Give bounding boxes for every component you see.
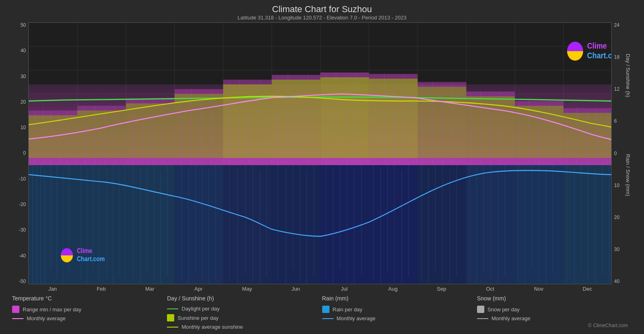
sunshine-day-swatch xyxy=(167,314,174,321)
month-jun: Jun xyxy=(271,286,320,292)
svg-text:Clime: Clime xyxy=(587,41,607,51)
legend-snow: Snow (mm) Snow per day Monthly average ©… xyxy=(477,295,632,330)
legend-snow-avg-label: Monthly average xyxy=(492,315,530,321)
legend-sunshine-avg-label: Monthly average sunshine xyxy=(182,324,243,330)
y-tick: -10 xyxy=(19,176,26,182)
chart-area: Temperature °C 50 40 30 20 10 0 -10 -20 … xyxy=(8,22,636,284)
y-right-tick: 40 xyxy=(614,279,636,284)
y-axis-rain-label: Rain / Snow (mm) xyxy=(625,147,631,203)
y-axis-right-labels: 24 18 12 6 0 10 20 30 40 xyxy=(612,22,636,284)
snow-day-swatch xyxy=(477,306,484,313)
legend-sunshine-title: Day / Sunshine (h) xyxy=(167,295,322,302)
copyright-text: © ClimeChart.com xyxy=(588,323,628,328)
legend-rain-day-label: Rain per day xyxy=(333,306,363,313)
y-right-tick: 24 xyxy=(614,22,636,28)
legend-rain-title: Rain (mm) xyxy=(322,295,477,302)
legend-snow-day: Snow per day xyxy=(477,306,632,313)
svg-rect-51 xyxy=(29,165,77,284)
y-right-tick: 20 xyxy=(614,215,636,220)
month-sep: Sep xyxy=(417,286,466,292)
y-tick: -20 xyxy=(19,202,26,207)
daylight-swatch xyxy=(167,308,178,309)
legend-temp-title: Temperature °C xyxy=(12,295,167,302)
svg-rect-59 xyxy=(418,165,466,284)
month-jul: Jul xyxy=(320,286,369,292)
month-may: May xyxy=(223,286,271,292)
legend-area: Temperature °C Range min / max per day M… xyxy=(8,295,636,330)
chart-title: Climate Chart for Suzhou xyxy=(8,4,636,15)
legend-temp-range: Range min / max per day xyxy=(12,306,167,313)
legend-sunshine: Day / Sunshine (h) Daylight per day Suns… xyxy=(167,295,322,330)
chart-svg: Clime Chart.com Clime Chart.com xyxy=(29,23,611,284)
svg-rect-56 xyxy=(272,165,320,284)
legend-snow-title: Snow (mm) xyxy=(477,295,632,302)
month-feb: Feb xyxy=(77,286,125,292)
svg-rect-44 xyxy=(272,80,320,158)
temp-range-swatch xyxy=(12,306,19,313)
legend-sunshine-day: Sunshine per day xyxy=(167,314,322,321)
svg-rect-42 xyxy=(175,94,223,158)
month-oct: Oct xyxy=(466,286,514,292)
y-right-tick: 30 xyxy=(614,247,636,252)
legend-temperature: Temperature °C Range min / max per day M… xyxy=(12,295,167,330)
legend-daylight: Daylight per day xyxy=(167,306,322,312)
y-tick: 30 xyxy=(21,74,26,79)
legend-rain-avg-label: Monthly average xyxy=(337,315,376,321)
month-jan: Jan xyxy=(28,286,77,292)
y-tick: 20 xyxy=(21,99,26,105)
y-axis-sunshine-label: Day / Sunshine (h) xyxy=(625,47,631,104)
svg-text:Clime: Clime xyxy=(77,247,92,254)
rain-avg-swatch xyxy=(322,318,334,319)
snow-avg-swatch xyxy=(477,318,488,319)
legend-snow-day-label: Snow per day xyxy=(488,306,520,313)
y-tick: 10 xyxy=(21,125,26,130)
legend-rain: Rain (mm) Rain per day Monthly average xyxy=(322,295,477,330)
svg-text:Chart.com: Chart.com xyxy=(77,255,105,262)
temp-avg-swatch xyxy=(12,318,23,319)
legend-daylight-label: Daylight per day xyxy=(182,306,220,312)
svg-rect-50 xyxy=(564,113,611,158)
month-mar: Mar xyxy=(126,286,174,292)
y-tick: -40 xyxy=(19,253,26,259)
svg-rect-43 xyxy=(223,84,272,158)
svg-rect-58 xyxy=(369,165,418,284)
month-nov: Nov xyxy=(515,286,563,292)
svg-text:Chart.com: Chart.com xyxy=(587,51,611,60)
legend-snow-avg: Monthly average xyxy=(477,315,632,321)
rain-day-swatch xyxy=(322,306,329,313)
y-tick: 0 xyxy=(23,150,26,156)
chart-canvas: Clime Chart.com Clime Chart.com xyxy=(28,22,612,284)
svg-rect-54 xyxy=(175,165,223,284)
sunshine-avg-swatch xyxy=(167,327,178,328)
chart-subtitle: Latitude 31.318 - Longitude 120.572 - El… xyxy=(8,15,636,21)
month-aug: Aug xyxy=(369,286,417,292)
x-axis: Jan Feb Mar Apr May Jun Jul Aug Sep Oct … xyxy=(28,284,612,292)
y-tick: 50 xyxy=(21,22,26,28)
legend-sunshine-avg: Monthly average sunshine xyxy=(167,324,322,330)
y-axis-left: Temperature °C 50 40 30 20 10 0 -10 -20 … xyxy=(8,22,28,284)
svg-rect-62 xyxy=(564,165,611,284)
legend-temp-avg: Monthly average xyxy=(12,315,167,321)
legend-temp-avg-label: Monthly average xyxy=(27,315,65,321)
chart-header: Climate Chart for Suzhou Latitude 31.318… xyxy=(8,4,636,21)
y-tick: -50 xyxy=(19,279,26,284)
svg-rect-46 xyxy=(369,79,418,158)
y-right-tick: 6 xyxy=(614,118,636,124)
legend-temp-range-label: Range min / max per day xyxy=(23,306,81,313)
legend-rain-day: Rain per day xyxy=(322,306,477,313)
month-dec: Dec xyxy=(563,286,612,292)
svg-rect-40 xyxy=(77,111,126,158)
legend-rain-avg: Monthly average xyxy=(322,315,477,321)
page-wrapper: Climate Chart for Suzhou Latitude 31.318… xyxy=(0,0,644,334)
svg-rect-55 xyxy=(223,165,272,284)
y-tick: -30 xyxy=(19,227,26,233)
svg-rect-45 xyxy=(320,77,369,158)
legend-sunshine-day-label: Sunshine per day xyxy=(177,315,218,321)
month-apr: Apr xyxy=(174,286,223,292)
svg-rect-52 xyxy=(77,165,126,284)
y-axis-right: 24 18 12 6 0 10 20 30 40 Day / Sunshine … xyxy=(612,22,636,284)
y-tick: 40 xyxy=(21,48,26,53)
